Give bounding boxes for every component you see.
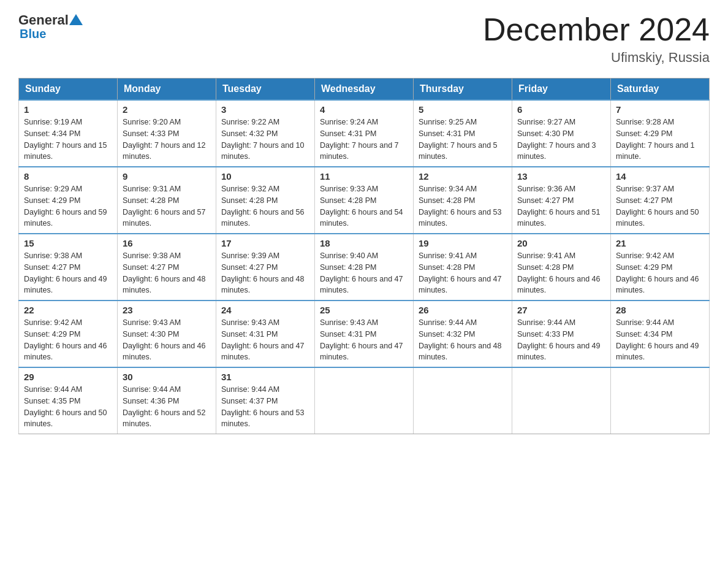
week-row-4: 22Sunrise: 9:42 AMSunset: 4:29 PMDayligh… [19,301,710,367]
day-number: 17 [221,238,309,248]
day-number: 21 [616,238,704,248]
calendar-cell: 23Sunrise: 9:43 AMSunset: 4:30 PMDayligh… [118,301,216,367]
calendar-cell: 6Sunrise: 9:27 AMSunset: 4:30 PMDaylight… [512,100,611,167]
day-info: Sunrise: 9:40 AMSunset: 4:28 PMDaylight:… [320,250,408,296]
day-info: Sunrise: 9:42 AMSunset: 4:29 PMDaylight:… [616,250,704,296]
day-number: 20 [517,238,605,248]
header-wednesday: Wednesday [315,79,414,101]
day-number: 25 [320,305,408,315]
day-info: Sunrise: 9:29 AMSunset: 4:29 PMDaylight:… [24,183,112,229]
week-row-5: 29Sunrise: 9:44 AMSunset: 4:35 PMDayligh… [19,367,710,434]
day-info: Sunrise: 9:36 AMSunset: 4:27 PMDaylight:… [517,183,605,229]
logo: General Blue [18,12,83,41]
calendar-cell: 26Sunrise: 9:44 AMSunset: 4:32 PMDayligh… [414,301,512,367]
day-number: 24 [221,305,309,315]
day-info: Sunrise: 9:42 AMSunset: 4:29 PMDaylight:… [24,317,112,363]
calendar-cell: 24Sunrise: 9:43 AMSunset: 4:31 PMDayligh… [216,301,315,367]
header-friday: Friday [512,79,611,101]
location: Ufimskiy, Russia [483,50,710,66]
calendar-cell: 12Sunrise: 9:34 AMSunset: 4:28 PMDayligh… [414,167,512,234]
calendar-cell: 25Sunrise: 9:43 AMSunset: 4:31 PMDayligh… [315,301,414,367]
calendar-cell: 9Sunrise: 9:31 AMSunset: 4:28 PMDaylight… [118,167,216,234]
logo-text: General [18,12,83,28]
day-number: 5 [419,104,507,115]
day-info: Sunrise: 9:27 AMSunset: 4:30 PMDaylight:… [517,117,605,163]
day-info: Sunrise: 9:34 AMSunset: 4:28 PMDaylight:… [419,183,507,229]
day-number: 16 [123,238,211,248]
day-number: 14 [616,171,704,182]
day-info: Sunrise: 9:44 AMSunset: 4:35 PMDaylight:… [24,384,112,430]
day-number: 12 [419,171,507,182]
month-title: December 2024 [483,12,710,47]
day-number: 10 [221,171,309,182]
day-number: 1 [24,104,112,115]
calendar-cell: 11Sunrise: 9:33 AMSunset: 4:28 PMDayligh… [315,167,414,234]
logo-subtitle: Blue [18,27,46,41]
day-info: Sunrise: 9:37 AMSunset: 4:27 PMDaylight:… [616,183,704,229]
day-number: 19 [419,238,507,248]
calendar-cell [611,367,710,434]
calendar-cell: 21Sunrise: 9:42 AMSunset: 4:29 PMDayligh… [611,234,710,301]
day-number: 9 [123,171,211,182]
calendar-cell [414,367,512,434]
day-info: Sunrise: 9:28 AMSunset: 4:29 PMDaylight:… [616,117,704,163]
day-number: 29 [24,372,112,382]
calendar-cell: 8Sunrise: 9:29 AMSunset: 4:29 PMDaylight… [19,167,118,234]
day-number: 22 [24,305,112,315]
calendar-body: 1Sunrise: 9:19 AMSunset: 4:34 PMDaylight… [19,100,710,434]
day-number: 26 [419,305,507,315]
logo-triangle-icon [69,13,83,26]
day-number: 8 [24,171,112,182]
day-info: Sunrise: 9:41 AMSunset: 4:28 PMDaylight:… [419,250,507,296]
day-info: Sunrise: 9:33 AMSunset: 4:28 PMDaylight:… [320,183,408,229]
day-info: Sunrise: 9:24 AMSunset: 4:31 PMDaylight:… [320,117,408,163]
week-row-1: 1Sunrise: 9:19 AMSunset: 4:34 PMDaylight… [19,100,710,167]
calendar-header: SundayMondayTuesdayWednesdayThursdayFrid… [19,79,710,101]
day-info: Sunrise: 9:38 AMSunset: 4:27 PMDaylight:… [24,250,112,296]
day-info: Sunrise: 9:43 AMSunset: 4:30 PMDaylight:… [123,317,211,363]
calendar-cell: 1Sunrise: 9:19 AMSunset: 4:34 PMDaylight… [19,100,118,167]
day-number: 31 [221,372,309,382]
day-number: 7 [616,104,704,115]
day-number: 6 [517,104,605,115]
day-number: 2 [123,104,211,115]
day-info: Sunrise: 9:41 AMSunset: 4:28 PMDaylight:… [517,250,605,296]
calendar-cell: 27Sunrise: 9:44 AMSunset: 4:33 PMDayligh… [512,301,611,367]
calendar-cell: 18Sunrise: 9:40 AMSunset: 4:28 PMDayligh… [315,234,414,301]
day-number: 4 [320,104,408,115]
calendar-cell: 15Sunrise: 9:38 AMSunset: 4:27 PMDayligh… [19,234,118,301]
calendar-cell: 28Sunrise: 9:44 AMSunset: 4:34 PMDayligh… [611,301,710,367]
day-info: Sunrise: 9:22 AMSunset: 4:32 PMDaylight:… [221,117,309,163]
week-row-2: 8Sunrise: 9:29 AMSunset: 4:29 PMDaylight… [19,167,710,234]
calendar-cell: 2Sunrise: 9:20 AMSunset: 4:33 PMDaylight… [118,100,216,167]
day-info: Sunrise: 9:44 AMSunset: 4:33 PMDaylight:… [517,317,605,363]
day-info: Sunrise: 9:31 AMSunset: 4:28 PMDaylight:… [123,183,211,229]
day-number: 18 [320,238,408,248]
day-info: Sunrise: 9:43 AMSunset: 4:31 PMDaylight:… [221,317,309,363]
calendar-cell: 29Sunrise: 9:44 AMSunset: 4:35 PMDayligh… [19,367,118,434]
day-info: Sunrise: 9:39 AMSunset: 4:27 PMDaylight:… [221,250,309,296]
week-row-3: 15Sunrise: 9:38 AMSunset: 4:27 PMDayligh… [19,234,710,301]
calendar-cell: 5Sunrise: 9:25 AMSunset: 4:31 PMDaylight… [414,100,512,167]
calendar-cell: 30Sunrise: 9:44 AMSunset: 4:36 PMDayligh… [118,367,216,434]
calendar-cell: 17Sunrise: 9:39 AMSunset: 4:27 PMDayligh… [216,234,315,301]
day-number: 11 [320,171,408,182]
day-info: Sunrise: 9:20 AMSunset: 4:33 PMDaylight:… [123,117,211,163]
calendar-cell: 7Sunrise: 9:28 AMSunset: 4:29 PMDaylight… [611,100,710,167]
day-number: 23 [123,305,211,315]
day-info: Sunrise: 9:44 AMSunset: 4:32 PMDaylight:… [419,317,507,363]
header-sunday: Sunday [19,79,118,101]
day-info: Sunrise: 9:19 AMSunset: 4:34 PMDaylight:… [24,117,112,163]
header-thursday: Thursday [414,79,512,101]
calendar-cell: 4Sunrise: 9:24 AMSunset: 4:31 PMDaylight… [315,100,414,167]
day-number: 13 [517,171,605,182]
header-saturday: Saturday [611,79,710,101]
page-header: General Blue December 2024 Ufimskiy, Rus… [18,12,710,66]
day-number: 30 [123,372,211,382]
day-info: Sunrise: 9:44 AMSunset: 4:37 PMDaylight:… [221,384,309,430]
logo-general: General [18,12,69,28]
day-info: Sunrise: 9:43 AMSunset: 4:31 PMDaylight:… [320,317,408,363]
calendar-cell [512,367,611,434]
calendar-cell [315,367,414,434]
calendar-cell: 3Sunrise: 9:22 AMSunset: 4:32 PMDaylight… [216,100,315,167]
